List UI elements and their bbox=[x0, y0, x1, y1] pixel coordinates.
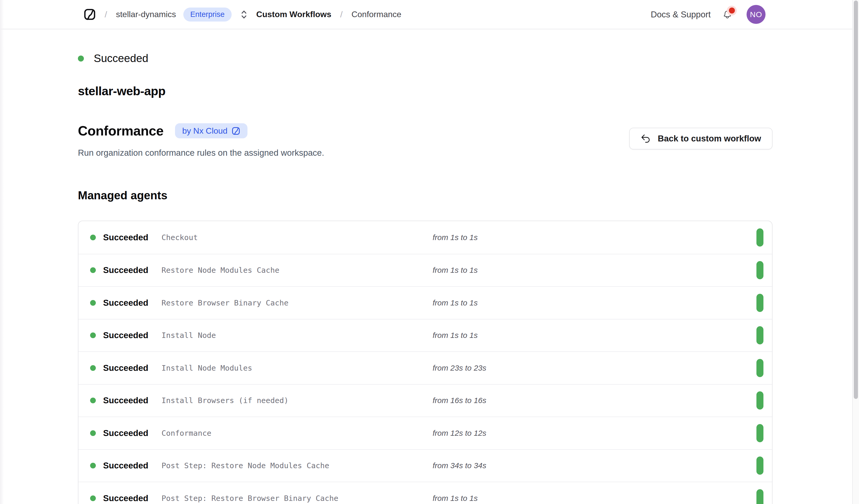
row-step-name: Checkout bbox=[162, 233, 433, 242]
row-status: Succeeded bbox=[90, 330, 162, 340]
breadcrumb-org[interactable]: stellar-dynamics bbox=[116, 10, 176, 19]
row-step-name: Install Node bbox=[162, 331, 433, 340]
status-dot-icon bbox=[78, 56, 84, 61]
row-status-label: Succeeded bbox=[103, 396, 148, 406]
workflow-header: Conformance by Nx Cloud Run organization… bbox=[78, 123, 772, 158]
row-status-label: Succeeded bbox=[103, 493, 148, 503]
workflow-description: Run organization conformance rules on th… bbox=[78, 148, 324, 158]
step-status-dot-icon bbox=[90, 365, 96, 371]
by-nx-cloud-badge[interactable]: by Nx Cloud bbox=[175, 123, 247, 138]
agent-step-row[interactable]: Succeeded Install Browsers (if needed) f… bbox=[78, 384, 772, 417]
row-step-name: Restore Node Modules Cache bbox=[162, 266, 433, 275]
workflow-title: Conformance bbox=[78, 123, 164, 139]
step-duration-bar bbox=[756, 261, 764, 279]
row-duration: from 1s to 1s bbox=[433, 494, 756, 503]
docs-support-link[interactable]: Docs & Support bbox=[651, 10, 711, 19]
agent-step-row[interactable]: Succeeded Post Step: Restore Node Module… bbox=[78, 449, 772, 482]
agent-step-row[interactable]: Succeeded Checkout from 1s to 1s bbox=[78, 221, 772, 254]
managed-agents-list: Succeeded Checkout from 1s to 1s Succeed… bbox=[78, 220, 772, 504]
row-status-label: Succeeded bbox=[103, 232, 148, 242]
notifications-button[interactable] bbox=[723, 10, 732, 19]
step-duration-bar bbox=[756, 326, 764, 345]
header-actions: Docs & Support NO bbox=[651, 5, 766, 24]
breadcrumb-separator: / bbox=[340, 9, 343, 19]
row-status-label: Succeeded bbox=[103, 265, 148, 275]
step-duration-bar bbox=[756, 359, 764, 377]
row-duration: from 16s to 16s bbox=[433, 396, 756, 405]
enterprise-badge: Enterprise bbox=[183, 7, 232, 21]
workspace-title: stellar-web-app bbox=[78, 84, 772, 98]
top-navigation-bar: / stellar-dynamics Enterprise Custom Wor… bbox=[0, 0, 859, 29]
step-status-dot-icon bbox=[90, 300, 96, 306]
row-duration: from 1s to 1s bbox=[433, 331, 756, 340]
managed-agents-title: Managed agents bbox=[78, 189, 772, 202]
row-status-label: Succeeded bbox=[103, 330, 148, 340]
row-status-label: Succeeded bbox=[103, 461, 148, 471]
agent-step-row[interactable]: Succeeded Conformance from 12s to 12s bbox=[78, 416, 772, 449]
step-duration-bar bbox=[756, 391, 764, 410]
row-duration: from 1s to 1s bbox=[433, 299, 756, 307]
back-button-label: Back to custom workflow bbox=[658, 134, 761, 143]
run-status-label: Succeeded bbox=[94, 52, 148, 65]
step-status-dot-icon bbox=[90, 463, 96, 469]
row-status: Succeeded bbox=[90, 461, 162, 471]
step-duration-bar bbox=[756, 424, 764, 442]
row-status-label: Succeeded bbox=[103, 428, 148, 438]
row-duration: from 1s to 1s bbox=[433, 233, 756, 242]
run-status: Succeeded bbox=[78, 52, 772, 65]
back-to-custom-workflow-button[interactable]: Back to custom workflow bbox=[629, 128, 772, 150]
agent-step-row[interactable]: Succeeded Install Node Modules from 23s … bbox=[78, 351, 772, 384]
row-step-name: Install Node Modules bbox=[162, 364, 433, 372]
agent-step-row[interactable]: Succeeded Restore Node Modules Cache fro… bbox=[78, 254, 772, 287]
org-switcher-chevrons-icon[interactable] bbox=[240, 10, 247, 19]
step-status-dot-icon bbox=[90, 333, 96, 338]
row-status-label: Succeeded bbox=[103, 363, 148, 373]
row-duration: from 23s to 23s bbox=[433, 364, 756, 372]
step-duration-bar bbox=[756, 294, 764, 312]
step-status-dot-icon bbox=[90, 430, 96, 436]
row-duration: from 12s to 12s bbox=[433, 429, 756, 438]
row-duration: from 34s to 34s bbox=[433, 461, 756, 470]
row-status: Succeeded bbox=[90, 265, 162, 275]
row-status: Succeeded bbox=[90, 232, 162, 242]
breadcrumb-separator: / bbox=[105, 9, 107, 19]
window-left-edge bbox=[0, 0, 4, 504]
notification-halo bbox=[727, 6, 737, 16]
breadcrumb: / stellar-dynamics Enterprise Custom Wor… bbox=[84, 7, 402, 21]
breadcrumb-page: Conformance bbox=[351, 10, 401, 19]
step-duration-bar bbox=[756, 489, 764, 504]
user-avatar[interactable]: NO bbox=[747, 5, 766, 24]
notification-dot bbox=[729, 7, 735, 14]
step-duration-bar bbox=[756, 457, 764, 475]
agent-step-row[interactable]: Succeeded Restore Browser Binary Cache f… bbox=[78, 286, 772, 319]
agent-step-row[interactable]: Succeeded Install Node from 1s to 1s bbox=[78, 319, 772, 352]
step-status-dot-icon bbox=[90, 234, 96, 240]
step-status-dot-icon bbox=[90, 495, 96, 501]
row-status: Succeeded bbox=[90, 428, 162, 438]
by-nx-cloud-label: by Nx Cloud bbox=[182, 126, 227, 136]
scrollbar-track[interactable] bbox=[852, 0, 859, 504]
row-step-name: Post Step: Restore Node Modules Cache bbox=[162, 461, 433, 470]
main-content: Succeeded stellar-web-app Conformance by… bbox=[78, 52, 772, 504]
row-status: Succeeded bbox=[90, 396, 162, 406]
agent-step-row[interactable]: Succeeded Post Step: Restore Browser Bin… bbox=[78, 482, 772, 504]
row-step-name: Post Step: Restore Browser Binary Cache bbox=[162, 494, 433, 503]
row-status: Succeeded bbox=[90, 363, 162, 373]
breadcrumb-section[interactable]: Custom Workflows bbox=[256, 10, 331, 19]
row-status: Succeeded bbox=[90, 298, 162, 308]
row-status-label: Succeeded bbox=[103, 298, 148, 308]
row-step-name: Conformance bbox=[162, 429, 433, 438]
back-arrow-icon bbox=[641, 134, 650, 143]
row-step-name: Install Browsers (if needed) bbox=[162, 396, 433, 405]
nx-cloud-logo-icon[interactable] bbox=[84, 8, 96, 20]
step-duration-bar bbox=[756, 228, 764, 247]
nx-cloud-badge-icon bbox=[232, 127, 240, 135]
step-status-dot-icon bbox=[90, 398, 96, 403]
row-duration: from 1s to 1s bbox=[433, 266, 756, 275]
row-status: Succeeded bbox=[90, 493, 162, 503]
scrollbar-thumb[interactable] bbox=[854, 1, 858, 399]
step-status-dot-icon bbox=[90, 267, 96, 273]
row-step-name: Restore Browser Binary Cache bbox=[162, 299, 433, 307]
